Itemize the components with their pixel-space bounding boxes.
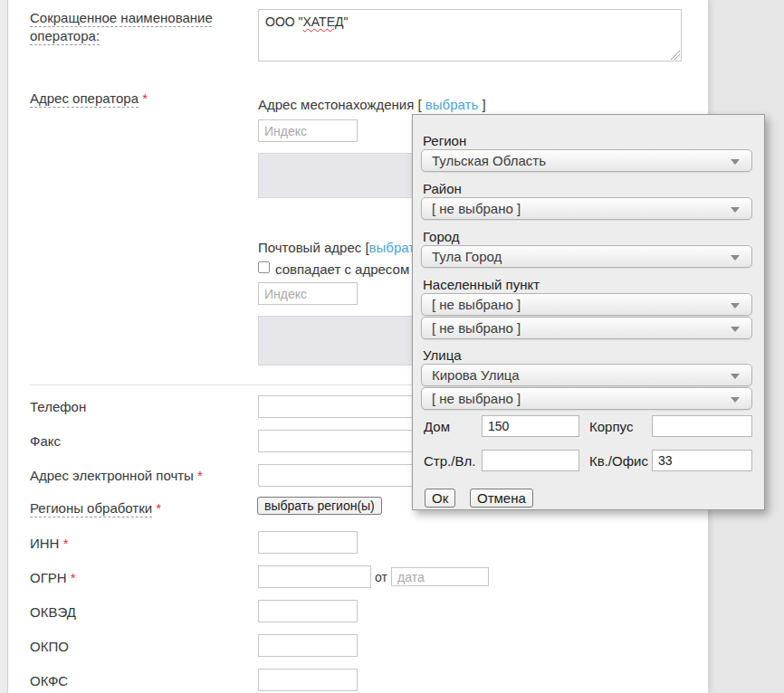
- chevron-down-icon: [731, 159, 740, 165]
- required-asterisk: *: [63, 536, 69, 551]
- chevron-down-icon: [731, 255, 740, 261]
- select-regions-button[interactable]: выбрать регион(ы): [257, 497, 382, 515]
- chevron-down-icon: [731, 303, 740, 309]
- short-name-value-suffix: ": [343, 14, 348, 29]
- settlement-dropdown-1[interactable]: [ не выбрано ]: [421, 293, 752, 316]
- ogrn-label: ОГРН *: [30, 569, 76, 587]
- district-dropdown[interactable]: [ не выбрано ]: [421, 197, 752, 220]
- textarea-resize-handle[interactable]: [671, 51, 680, 60]
- chevron-down-icon: [731, 327, 740, 332]
- short-name-label: Сокращенное наименование оператора:: [30, 9, 225, 46]
- inn-label: ИНН *: [30, 535, 68, 553]
- cancel-button[interactable]: Отмена: [470, 489, 533, 508]
- region-dropdown[interactable]: Тульская Область: [421, 149, 752, 172]
- short-name-textarea[interactable]: ООО "ХАТЕД": [258, 9, 682, 62]
- korpus-label: Корпус: [589, 419, 633, 434]
- ogrn-from-label: от: [375, 569, 387, 586]
- street-dropdown-2[interactable]: [ не выбрано ]: [421, 387, 752, 410]
- city-dropdown[interactable]: Тула Город: [421, 245, 752, 268]
- okved-label: ОКВЭД: [30, 603, 76, 622]
- city-label: Город: [423, 229, 460, 244]
- postal-same-address-label: совпадает с адресом ме: [275, 261, 430, 279]
- okved-input[interactable]: [258, 600, 358, 622]
- required-asterisk: *: [71, 570, 76, 585]
- building-label: Стр./Вл.: [424, 453, 475, 469]
- district-label: Район: [423, 181, 462, 196]
- ogrn-input[interactable]: [258, 565, 371, 588]
- processing-regions-label: Регионы обработки *: [30, 499, 161, 517]
- inn-input[interactable]: [258, 531, 358, 554]
- settlement-dropdown-2[interactable]: [ не выбрано ]: [421, 317, 752, 339]
- ogrn-date-input[interactable]: [391, 567, 489, 586]
- office-input[interactable]: [652, 450, 752, 471]
- postal-index-input[interactable]: [258, 282, 358, 305]
- okfs-input[interactable]: [258, 669, 358, 691]
- street-dropdown-1[interactable]: Кирова Улица: [421, 364, 752, 386]
- chevron-down-icon: [731, 397, 740, 403]
- korpus-input[interactable]: [652, 415, 752, 437]
- short-name-misspelled-word: ХАТЕД: [303, 14, 344, 29]
- house-input[interactable]: [482, 415, 579, 437]
- region-label: Регион: [423, 133, 466, 148]
- phone-label: Телефон: [30, 398, 86, 416]
- building-input[interactable]: [482, 450, 579, 471]
- okfs-label: ОКФС: [30, 672, 68, 690]
- left-panel-edge: [0, 0, 8, 693]
- short-name-value-prefix: ООО ": [265, 14, 303, 29]
- location-index-input[interactable]: [258, 119, 358, 142]
- location-address-select-link[interactable]: выбрать: [425, 97, 478, 112]
- required-asterisk: *: [197, 468, 203, 483]
- postal-address-row: Почтовый адрес [выбрать: [258, 239, 422, 257]
- postal-same-address-checkbox[interactable]: [258, 261, 270, 273]
- okpo-label: ОКПО: [30, 638, 69, 656]
- chevron-down-icon: [731, 374, 740, 379]
- settlement-label: Населенный пункт: [423, 277, 540, 292]
- street-label: Улица: [423, 347, 462, 363]
- office-label: Кв./Офис: [589, 453, 648, 469]
- ok-button[interactable]: Ок: [425, 489, 455, 508]
- required-asterisk: *: [142, 90, 148, 106]
- email-label: Адрес электронной почты *: [30, 467, 203, 485]
- address-select-popup: Регион Тульская Область Район [ не выбра…: [412, 114, 765, 510]
- fax-label: Факс: [30, 432, 61, 451]
- location-address-row: Адрес местонахождения [ выбрать ]: [258, 96, 486, 114]
- okpo-input[interactable]: [258, 634, 358, 657]
- required-asterisk: *: [156, 500, 161, 516]
- house-label: Дом: [424, 419, 450, 434]
- chevron-down-icon: [731, 207, 740, 213]
- operator-address-label: Адрес оператора *: [30, 90, 148, 108]
